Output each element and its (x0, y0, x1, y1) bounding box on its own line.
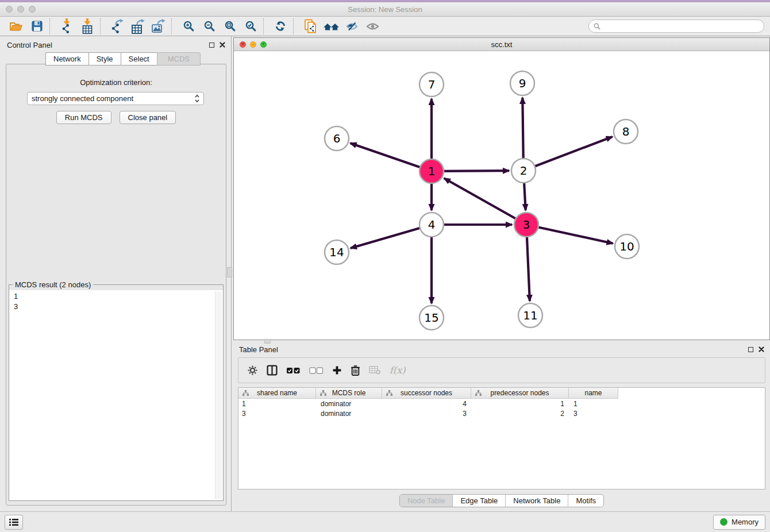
tab-edge-table[interactable]: Edge Table (452, 495, 505, 507)
graph-node-8[interactable]: 8 (614, 119, 638, 144)
zoom-out-button[interactable] (199, 18, 220, 35)
toolbar-separator (100, 18, 104, 34)
table-cell[interactable]: 2 (471, 408, 569, 418)
optimization-criterion-select[interactable]: strongly connected component (27, 92, 204, 105)
function-builder-button[interactable]: f(x) (390, 365, 405, 376)
table-cell[interactable]: dominator (316, 399, 382, 408)
graph-edge-1-6[interactable] (351, 143, 432, 171)
control-panel-title: Control Panel (7, 41, 52, 49)
delete-column-button[interactable] (351, 365, 360, 376)
delete-table-button[interactable] (369, 366, 381, 375)
minimize-window-button[interactable] (17, 6, 24, 13)
vertical-splitter-grip[interactable] (227, 267, 232, 277)
search-box[interactable] (588, 20, 764, 33)
select-all-button[interactable] (286, 367, 301, 374)
close-panel-icon[interactable] (220, 42, 225, 48)
table-cell[interactable]: 4 (382, 399, 471, 408)
table-cell[interactable]: 1 (238, 399, 316, 408)
column-header-name[interactable]: name (569, 388, 618, 399)
graph-node-11[interactable]: 11 (518, 303, 542, 327)
hierarchy-icon (242, 390, 249, 396)
close-table-panel-icon[interactable] (759, 346, 764, 352)
column-header-successor-nodes[interactable]: successor nodes (382, 388, 471, 399)
unchecked-boxes-icon (309, 367, 324, 374)
graph-edge-2-8[interactable] (523, 137, 613, 171)
result-scrollbar[interactable] (215, 291, 222, 499)
clone-network-button[interactable] (300, 18, 321, 35)
deselect-all-button[interactable] (309, 367, 324, 374)
import-table-button[interactable] (77, 18, 98, 35)
zoom-network-button[interactable]: + (260, 41, 267, 48)
tab-motifs[interactable]: Motifs (568, 495, 603, 507)
graph-node-7[interactable]: 7 (419, 72, 444, 97)
column-header-predecessor-nodes[interactable]: predecessor nodes (471, 388, 569, 399)
open-session-button[interactable] (6, 18, 26, 35)
graph-node-9[interactable]: 9 (510, 71, 534, 95)
float-panel-icon[interactable] (209, 43, 214, 48)
hierarchy-icon (386, 390, 392, 396)
float-table-panel-icon[interactable] (748, 347, 753, 352)
export-network-button[interactable] (107, 18, 128, 35)
tab-network-table[interactable]: Network Table (505, 495, 568, 507)
svg-text:2: 2 (520, 164, 528, 178)
graph-node-6[interactable]: 6 (325, 126, 349, 151)
column-header-MCDS-role[interactable]: MCDS role (316, 388, 382, 399)
zoom-out-icon (204, 21, 215, 32)
column-header-shared-name[interactable]: shared name (238, 388, 316, 399)
save-session-button[interactable] (26, 18, 47, 35)
run-mcds-button[interactable]: Run MCDS (56, 111, 111, 124)
network-graph[interactable]: 7968124314101511 (234, 51, 769, 340)
hide-selected-button[interactable] (341, 18, 362, 35)
export-table-button[interactable] (128, 18, 148, 35)
graph-node-10[interactable]: 10 (615, 234, 639, 259)
table-cell[interactable]: dominator (316, 408, 382, 418)
network-view-window: ✕ − + scc.txt 7968124314101511 (233, 37, 770, 340)
zoom-selected-button[interactable] (240, 18, 261, 35)
table-settings-button[interactable] (247, 365, 258, 376)
graph-node-2[interactable]: 2 (511, 159, 536, 183)
node-table: shared nameMCDS rolesuccessor nodesprede… (238, 387, 765, 489)
table-cell[interactable]: 1 (569, 399, 618, 408)
table-cell[interactable]: 3 (569, 408, 618, 418)
table-cell[interactable]: 3 (238, 408, 316, 418)
tab-network[interactable]: Network (45, 52, 88, 65)
first-neighbors-button[interactable] (321, 18, 341, 35)
minimize-network-button[interactable]: − (250, 41, 256, 48)
network-canvas[interactable]: 7968124314101511 (234, 51, 769, 340)
graph-node-1[interactable]: 1 (419, 159, 444, 183)
close-panel-button[interactable]: Close panel (120, 111, 176, 124)
maximize-window-button[interactable] (29, 6, 36, 13)
graph-edge-3-1[interactable] (444, 178, 526, 225)
memory-button[interactable]: Memory (713, 515, 765, 530)
status-bar: Memory (0, 511, 770, 532)
show-all-button[interactable] (362, 18, 383, 35)
zoom-in-button[interactable] (178, 18, 199, 35)
table-cell[interactable]: 1 (471, 399, 569, 408)
network-window-titlebar: ✕ − + scc.txt (234, 38, 769, 51)
tab-style[interactable]: Style (88, 52, 121, 65)
close-window-button[interactable] (6, 6, 13, 13)
toolbar-separator (171, 18, 175, 34)
import-network-button[interactable] (56, 18, 77, 35)
control-panel: Control Panel Network Style Select MCDS … (1, 37, 231, 509)
search-input[interactable] (603, 22, 759, 31)
tab-mcds[interactable]: MCDS (157, 52, 201, 65)
zoom-fit-button[interactable] (220, 18, 240, 35)
search-icon (594, 23, 600, 30)
export-image-button[interactable] (148, 18, 169, 35)
graph-node-4[interactable]: 4 (419, 213, 444, 237)
graph-node-14[interactable]: 14 (325, 240, 349, 264)
graph-node-3[interactable]: 3 (514, 213, 538, 237)
graph-edge-3-10[interactable] (526, 225, 613, 244)
tab-select[interactable]: Select (121, 52, 157, 65)
show-columns-button[interactable] (267, 365, 278, 376)
mcds-result-text[interactable]: 1 3 (10, 291, 222, 499)
close-network-button[interactable]: ✕ (240, 41, 246, 48)
list-icon (9, 518, 18, 526)
add-column-button[interactable] (332, 365, 342, 375)
task-history-button[interactable] (5, 515, 23, 530)
refresh-layout-button[interactable] (270, 18, 291, 35)
graph-node-15[interactable]: 15 (419, 306, 444, 330)
tab-node-table[interactable]: Node Table (400, 495, 453, 507)
table-cell[interactable]: 3 (382, 408, 471, 418)
